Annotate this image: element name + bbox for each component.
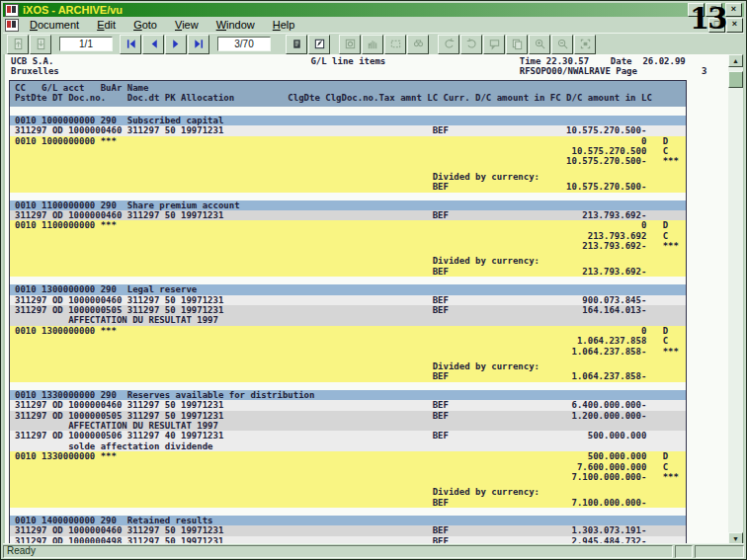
menu-help[interactable]: Help — [266, 19, 302, 31]
page-number-annotation: 13 — [690, 5, 725, 34]
doc-counter-field[interactable]: 1/1 — [59, 37, 113, 51]
totals-row: 7.100.000.000- *** — [10, 472, 686, 482]
menu-document[interactable]: Document — [23, 19, 86, 31]
select-area-icon — [389, 38, 402, 50]
rotate-left-icon — [443, 38, 456, 50]
fit-window-button — [574, 35, 596, 54]
totals-row: BEF 10.575.270.500- — [10, 182, 686, 192]
report-content-box: CC G/L acct BuAr NamePstDte DT Doc.no. D… — [9, 80, 687, 545]
totals-row: BEF 1.064.237.858- — [10, 371, 686, 381]
column-header-line: CC G/L acct BuAr Name — [10, 83, 686, 93]
hand-icon — [367, 38, 379, 50]
document-area: UCB S.A. G/L line items Time 22.30.57 Da… — [3, 54, 744, 545]
rotate-left-button — [438, 35, 459, 54]
totals-row: BEF 7.100.000.000- — [10, 498, 686, 508]
report-page: UCB S.A. G/L line items Time 22.30.57 Da… — [5, 54, 729, 545]
totals-row: 213.793.692 C — [10, 231, 686, 241]
totals-row: 0010 1100000000 *** 0 D — [10, 220, 686, 230]
print-button[interactable] — [286, 35, 307, 54]
section-header-row: 0010 1300000000 290 Legal reserve — [10, 284, 686, 294]
pan-button — [362, 35, 383, 54]
section-spacer — [10, 277, 686, 284]
totals-row: 7.600.000.000 C — [10, 462, 686, 472]
first-page-icon — [124, 38, 137, 50]
next-doc-button — [30, 35, 51, 54]
totals-row: 1.064.237.858- *** — [10, 347, 686, 357]
section-spacer — [10, 508, 686, 516]
select-area-button — [384, 35, 406, 54]
edit-note-button[interactable] — [308, 35, 330, 54]
menu-goto[interactable]: Goto — [126, 19, 164, 31]
document-line-row: 311297 OD 1000000460 311297 50 19971231 … — [10, 400, 686, 410]
totals-row: 0010 1330000000 *** 500.000.000 D — [10, 451, 686, 461]
note-icon — [313, 38, 326, 50]
menu-edit[interactable]: Edit — [90, 19, 123, 31]
totals-row: Divided by currency: — [10, 487, 686, 497]
scrollbar-thumb[interactable] — [728, 71, 743, 88]
close-button[interactable]: × — [725, 3, 742, 17]
document-line-row: 311297 OD 1000000505 311297 50 19971231 … — [10, 411, 686, 421]
menu-window[interactable]: Window — [209, 19, 262, 31]
section-header-row: 0010 1400000000 290 Retained results — [10, 516, 686, 525]
zoom-out-button — [551, 35, 573, 54]
document-line-row: 311297 OD 1000000460 311297 50 19971231 … — [10, 525, 686, 535]
prev-doc-button — [7, 35, 29, 54]
document-line-row: 311297 OD 1000000460 311297 50 19971231 … — [10, 125, 686, 135]
window-title: iXOS - ARCHIVE/vu — [23, 4, 123, 16]
status-panel-1 — [675, 545, 693, 558]
zoom-in-button — [529, 35, 550, 54]
totals-row: 0010 1300000000 *** 0 D — [10, 326, 686, 336]
page-header-line: UCB S.A. G/L line items Time 22.30.57 Da… — [11, 56, 729, 66]
section-header-row: 0010 1000000000 290 Subscribed capital — [10, 116, 686, 125]
page-down-icon — [35, 38, 47, 50]
document-line-row: AFFECTATION DU RESULTAT 1997 — [10, 421, 686, 431]
scroll-up-icon[interactable]: ▲ — [728, 54, 743, 67]
app-icon[interactable] — [5, 4, 19, 17]
copy-button — [506, 35, 528, 54]
title-bar[interactable]: iXOS - ARCHIVE/vu _ □ × — [3, 3, 744, 17]
status-bar: Ready — [3, 543, 744, 558]
fit-page-icon — [344, 38, 357, 50]
application-window: iXOS - ARCHIVE/vu _ □ × DocumentEditGoto… — [0, 0, 747, 560]
search-document-button — [407, 35, 429, 54]
rotate-right-icon — [465, 38, 478, 50]
prev-page-button[interactable] — [142, 35, 164, 54]
last-page-icon — [193, 38, 206, 50]
fit-window-icon — [579, 38, 592, 50]
column-header-band: CC G/L acct BuAr NamePstDte DT Doc.no. D… — [10, 81, 686, 107]
totals-row: BEF 213.793.692- — [10, 267, 686, 277]
status-panel-2 — [695, 545, 744, 558]
first-page-button[interactable] — [120, 35, 141, 54]
search-doc-icon — [412, 38, 425, 50]
menu-view[interactable]: View — [168, 19, 206, 31]
page-counter-field[interactable]: 3/70 — [217, 37, 271, 51]
toolbar: 1/13/70 — [3, 33, 744, 54]
zoom-out-icon — [556, 38, 569, 50]
page-up-icon — [12, 38, 25, 50]
next-page-button[interactable] — [165, 35, 187, 54]
child-system-menu-icon[interactable] — [5, 19, 19, 32]
page-header-line: Bruxelles RFSOPO00/NWALRAVE Page 3 — [11, 66, 729, 76]
rotate-right-button — [460, 35, 482, 54]
copy-icon — [511, 38, 524, 50]
status-message: Ready — [3, 545, 673, 558]
section-spacer — [10, 193, 686, 200]
totals-row: Divided by currency: — [10, 172, 686, 182]
next-page-icon — [170, 38, 183, 50]
totals-row: 213.793.692- *** — [10, 241, 686, 251]
menu-bar: DocumentEditGotoViewWindowHelp □ × — [3, 18, 744, 32]
prev-page-icon — [147, 38, 160, 50]
totals-row: 0010 1000000000 *** 0 D — [10, 136, 686, 146]
child-close-button[interactable]: × — [726, 18, 743, 33]
document-line-row: solde affectation dividende — [10, 441, 686, 451]
last-page-button[interactable] — [188, 35, 209, 54]
vertical-scrollbar[interactable]: ▲ ▼ — [728, 54, 743, 545]
section-spacer — [10, 107, 686, 116]
zoom-in-icon — [534, 38, 546, 50]
document-line-row: 311297 OD 1000000460 311297 50 19971231 … — [10, 210, 686, 220]
column-header-line: PstDte DT Doc.no. Doc.dt PK Allocation C… — [10, 93, 686, 103]
section-header-row: 0010 1330000000 290 Reserves available f… — [10, 390, 686, 400]
document-line-row: 311297 OD 1000000506 311297 40 19971231 … — [10, 431, 686, 440]
document-line-row: 311297 OD 1000000460 311297 50 19971231 … — [10, 295, 686, 305]
fit-page-button — [339, 35, 361, 54]
